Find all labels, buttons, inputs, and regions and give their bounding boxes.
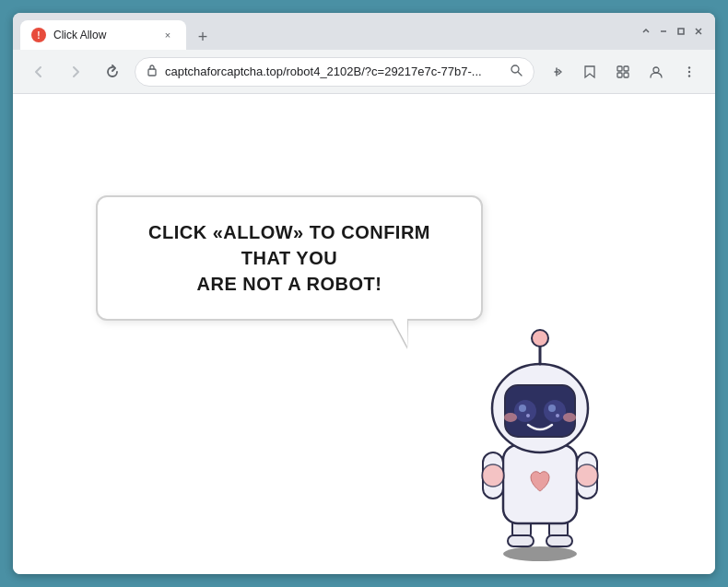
robot-illustration [439, 307, 641, 565]
active-tab[interactable]: ! Click Allow × [20, 20, 186, 50]
svg-rect-19 [508, 535, 534, 546]
svg-point-16 [503, 546, 577, 561]
speech-bubble: CLICK «ALLOW» TO CONFIRM THAT YOU ARE NO… [96, 195, 483, 321]
svg-rect-11 [624, 73, 628, 77]
svg-point-33 [519, 405, 526, 412]
search-icon [510, 64, 523, 80]
browser-window: ! Click Allow × + [13, 13, 715, 574]
maximize-button[interactable] [675, 26, 687, 38]
svg-rect-20 [546, 535, 572, 546]
page-content: CLICK «ALLOW» TO CONFIRM THAT YOU ARE NO… [13, 94, 715, 574]
svg-point-31 [514, 400, 536, 422]
svg-rect-10 [617, 73, 622, 77]
svg-point-37 [504, 413, 517, 422]
new-tab-button[interactable]: + [190, 24, 216, 50]
bookmark-button[interactable] [575, 57, 605, 87]
tab-favicon: ! [31, 28, 46, 42]
svg-point-29 [532, 330, 548, 346]
reload-button[interactable] [98, 57, 127, 87]
svg-rect-8 [617, 66, 622, 71]
url-text: captchaforcaptcha.top/robot4_2102B/?c=29… [165, 65, 502, 78]
robot-svg [439, 307, 641, 565]
svg-point-13 [688, 66, 690, 68]
back-button[interactable] [24, 57, 53, 87]
chevron-icon [640, 26, 652, 38]
svg-point-15 [688, 75, 690, 76]
window-controls [640, 26, 704, 38]
bubble-text: CLICK «ALLOW» TO CONFIRM THAT YOU ARE NO… [127, 219, 452, 297]
svg-rect-9 [624, 66, 628, 71]
svg-point-36 [556, 414, 559, 417]
svg-point-38 [563, 413, 576, 422]
extensions-button[interactable] [608, 57, 638, 87]
svg-point-32 [544, 400, 566, 422]
svg-rect-4 [148, 69, 156, 76]
svg-line-6 [519, 72, 523, 76]
toolbar: captchaforcaptcha.top/robot4_2102B/?c=29… [13, 50, 715, 94]
svg-point-14 [688, 70, 690, 72]
title-bar: ! Click Allow × + [13, 13, 715, 50]
svg-rect-1 [678, 29, 684, 34]
toolbar-actions [542, 57, 704, 87]
svg-point-5 [511, 65, 519, 73]
tab-close-button[interactable]: × [160, 28, 175, 42]
svg-point-24 [482, 464, 504, 487]
svg-point-35 [526, 414, 530, 417]
share-button[interactable] [542, 57, 571, 87]
svg-point-34 [548, 405, 556, 412]
tab-title: Click Allow [53, 29, 153, 41]
svg-point-12 [653, 67, 659, 73]
svg-point-25 [576, 464, 598, 487]
tab-bar: ! Click Allow × + [20, 13, 636, 50]
address-bar[interactable]: captchaforcaptcha.top/robot4_2102B/?c=29… [135, 57, 534, 87]
lock-icon [147, 64, 158, 79]
menu-button[interactable] [675, 57, 704, 87]
profile-button[interactable] [641, 57, 671, 87]
svg-marker-7 [585, 66, 594, 77]
close-button[interactable] [692, 26, 704, 38]
minimize-button[interactable] [657, 26, 669, 38]
forward-button[interactable] [61, 57, 90, 87]
